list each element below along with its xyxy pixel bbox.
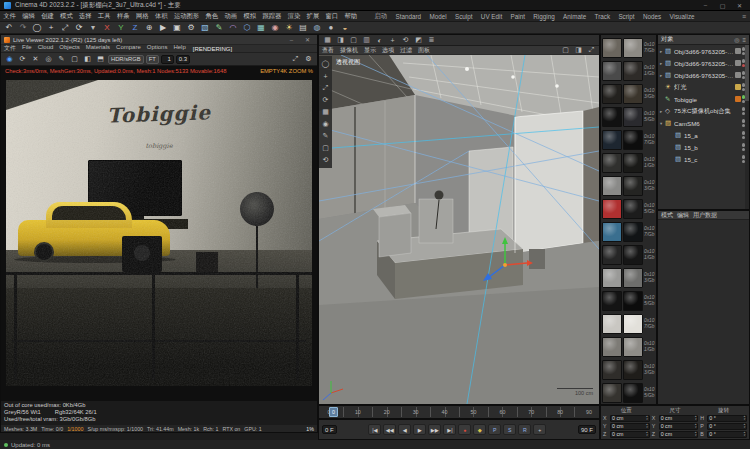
workspace-tab[interactable]: Track: [590, 13, 614, 20]
next-frame-button[interactable]: ▶▶: [428, 424, 441, 435]
timeline-start-field[interactable]: 0 F: [322, 425, 337, 434]
view-toggle-icon[interactable]: ◨: [573, 46, 584, 55]
restart-render-icon[interactable]: ⟳: [17, 54, 28, 64]
menu-item[interactable]: 选择: [76, 12, 95, 21]
live-selection-icon[interactable]: ◯: [31, 23, 43, 33]
workspace-tab[interactable]: Model: [425, 13, 451, 20]
material-thumbnail[interactable]: [623, 153, 643, 173]
workspace-tab[interactable]: Sculpt: [451, 13, 477, 20]
render-picture-viewer-icon[interactable]: ▣: [171, 23, 183, 33]
material-thumbnail[interactable]: [602, 61, 622, 81]
menu-item[interactable]: 窗口: [322, 12, 341, 21]
single-view-icon[interactable]: ▢: [348, 36, 359, 45]
gamma-field[interactable]: 0.3: [176, 55, 190, 64]
object-row[interactable]: ✎ Tobiggie: [658, 93, 749, 105]
coordinate-field[interactable]: 0 °▴▾: [707, 431, 747, 438]
material-thumbnail[interactable]: [623, 176, 643, 196]
lv-menu-item[interactable]: Cloud: [35, 44, 57, 53]
view-maximize-icon[interactable]: ⤢: [586, 46, 597, 55]
menu-item[interactable]: 样条: [114, 12, 133, 21]
workspace-tab[interactable]: Animate: [559, 13, 590, 20]
material-thumbnail[interactable]: [602, 291, 622, 311]
grid-snap-icon[interactable]: ▦: [321, 107, 331, 117]
clay-mode-icon[interactable]: ◧: [82, 54, 93, 64]
material-thumbnail[interactable]: [623, 222, 643, 242]
play-button[interactable]: ▶: [413, 424, 426, 435]
workspace-tab[interactable]: UV Edit: [477, 13, 507, 20]
y-axis-lock-icon[interactable]: Y: [115, 23, 127, 33]
menu-item[interactable]: 运动图形: [171, 12, 203, 21]
live-viewer-titlebar[interactable]: Live Viewer 2022.1.2-(R2) (125 days left…: [1, 35, 317, 44]
menu-item[interactable]: 扩展: [303, 12, 322, 21]
z-axis-lock-icon[interactable]: Z: [129, 23, 141, 33]
octane-power-icon[interactable]: ◉: [4, 54, 15, 64]
material-thumbnail[interactable]: [623, 199, 643, 219]
object-row[interactable]: ▸ ▧ Obj/3d66-9763205-195-400: [658, 57, 749, 69]
object-row[interactable]: ▸ ▧ Obj/3d66-9763205-195-4…: [658, 69, 749, 81]
material-thumbnail[interactable]: [602, 38, 622, 58]
goto-start-button[interactable]: |◀: [368, 424, 381, 435]
volume-icon[interactable]: ▦: [255, 23, 267, 33]
object-tag[interactable]: [735, 96, 741, 102]
material-thumbnail[interactable]: [602, 360, 622, 380]
layout-menu-icon[interactable]: ≡: [742, 13, 750, 20]
timeline-playhead[interactable]: 0: [329, 407, 338, 417]
material-thumbnail[interactable]: [602, 107, 622, 127]
coordinate-field[interactable]: 0 °▴▾: [707, 423, 747, 430]
object-tag[interactable]: [735, 132, 741, 138]
material-thumbnail[interactable]: [602, 245, 622, 265]
coordinate-field[interactable]: 0 cm▴▾: [610, 423, 650, 430]
response-dropdown[interactable]: FT: [146, 55, 159, 64]
undo-icon[interactable]: ↶: [3, 23, 15, 33]
render-settings-icon[interactable]: ⚙: [185, 23, 197, 33]
workspace-tab[interactable]: Standard: [391, 13, 425, 20]
rotate-tool-icon[interactable]: ⟳: [321, 95, 331, 105]
viewer-settings-icon[interactable]: ⚙: [303, 54, 314, 64]
attribute-menu-item[interactable]: 用户数据: [693, 211, 717, 220]
material-thumbnail[interactable]: [602, 314, 622, 334]
prev-key-button[interactable]: ◀◀: [383, 424, 396, 435]
menu-item[interactable]: 工具: [95, 12, 114, 21]
material-thumbnail[interactable]: [602, 153, 622, 173]
stop-render-icon[interactable]: ✕: [30, 54, 41, 64]
fit-view-icon[interactable]: ⤢: [290, 54, 301, 64]
autokey-button[interactable]: ◆: [473, 424, 486, 435]
object-tag[interactable]: [735, 48, 741, 54]
goto-end-button[interactable]: ▶|: [443, 424, 456, 435]
region-render-icon[interactable]: ▢: [69, 54, 80, 64]
viewport-menu-item[interactable]: 显示: [361, 46, 379, 55]
material-thumbnail[interactable]: [623, 314, 643, 334]
material-thumbnail[interactable]: [602, 268, 622, 288]
recent-tool-icon[interactable]: ▾: [87, 23, 99, 33]
menu-item[interactable]: 跟踪器: [259, 12, 284, 21]
timeline-track[interactable]: 0102030405060708090: [329, 407, 589, 417]
camera-lock-icon[interactable]: ⬒: [95, 54, 106, 64]
orbit-icon[interactable]: ⟲: [400, 36, 411, 45]
material-thumbnail[interactable]: [623, 61, 643, 81]
quad-view-icon[interactable]: ▥: [361, 36, 372, 45]
menu-item[interactable]: 体积: [152, 12, 171, 21]
pan-icon[interactable]: +: [387, 36, 398, 45]
material-thumbnail[interactable]: [602, 222, 622, 242]
move-tool-icon[interactable]: +: [321, 71, 331, 81]
material-thumbnail[interactable]: [602, 199, 622, 219]
object-tag[interactable]: [735, 108, 741, 114]
lv-menu-item[interactable]: 文件: [1, 44, 19, 53]
light-icon[interactable]: ☀: [283, 23, 295, 33]
rotate-icon[interactable]: ⟳: [73, 23, 85, 33]
perspective-viewport[interactable]: ▦◨▢▥◐+⟲◩≣ 查看摄像机显示选项过滤面板 ▢◨⤢ 透视视图 ◯+⤢⟳▦◉✎…: [318, 34, 600, 405]
object-row[interactable]: ▧ 15_a: [658, 129, 749, 141]
viewport-menu-item[interactable]: 摄像机: [337, 46, 361, 55]
primitive-cube-icon[interactable]: ▧: [199, 23, 211, 33]
menu-item[interactable]: 模拟: [240, 12, 259, 21]
close-button[interactable]: ✕: [733, 2, 746, 9]
workspace-tab[interactable]: Visualize: [665, 13, 698, 20]
attribute-menu-item[interactable]: 模式: [661, 211, 673, 220]
material-thumbnail[interactable]: [623, 130, 643, 150]
material-thumbnail[interactable]: [602, 130, 622, 150]
material-icon[interactable]: ●: [325, 23, 337, 33]
menu-item[interactable]: 网格: [133, 12, 152, 21]
lv-minimize-button[interactable]: –: [285, 37, 298, 43]
material-thumbnail[interactable]: [623, 38, 643, 58]
timeline-ruler[interactable]: 0102030405060708090 0: [318, 405, 600, 419]
